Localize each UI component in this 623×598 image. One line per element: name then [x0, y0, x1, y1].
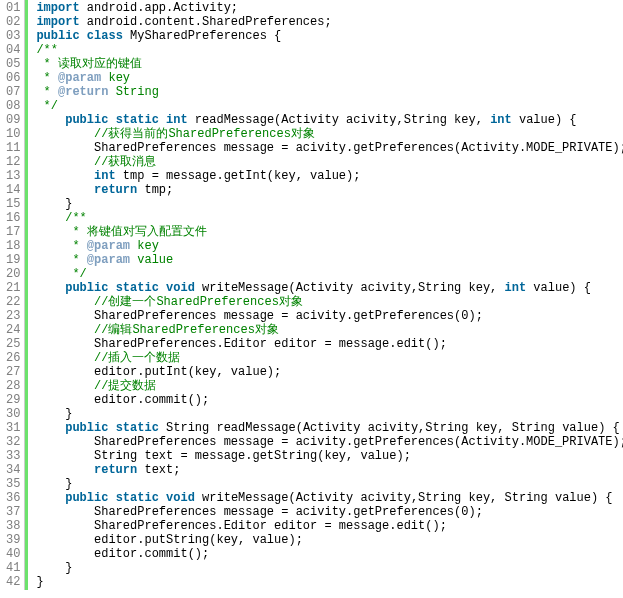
code-token: readMessage(Activity acivity,String key,: [188, 113, 490, 127]
code-token: );: [468, 309, 482, 323]
line-number: 17: [6, 225, 20, 239]
code-token: [108, 113, 115, 127]
code-token: import: [36, 1, 79, 15]
code-token: text;: [137, 463, 180, 477]
code-token: *: [65, 253, 87, 267]
code-token: key: [101, 71, 130, 85]
code-token: [108, 421, 115, 435]
line-number: 15: [6, 197, 20, 211]
code-line: //编辑SharedPreferences对象: [36, 323, 623, 337]
code-line: /**: [36, 211, 623, 225]
line-number: 36: [6, 491, 20, 505]
line-number: 20: [6, 267, 20, 281]
code-token: SharedPreferences message = acivity.getP…: [36, 141, 623, 155]
code-line: /**: [36, 43, 623, 57]
code-token: value) {: [512, 113, 577, 127]
line-number: 27: [6, 365, 20, 379]
code-token: writeMessage(Activity acivity,String key…: [195, 281, 505, 295]
code-token: editor.putInt(key, value);: [36, 365, 281, 379]
code-line: return text;: [36, 463, 623, 477]
code-line: //获取消息: [36, 155, 623, 169]
code-token: [36, 211, 65, 225]
code-line: return tmp;: [36, 183, 623, 197]
code-token: [36, 281, 65, 295]
code-line: public static void writeMessage(Activity…: [36, 491, 623, 505]
code-token: static: [116, 491, 159, 505]
line-number: 29: [6, 393, 20, 407]
code-token: SharedPreferences message = acivity.getP…: [36, 435, 623, 449]
code-token: writeMessage(Activity acivity,String key…: [195, 491, 613, 505]
code-token: android.content.SharedPreferences;: [80, 15, 332, 29]
line-number: 01: [6, 1, 20, 15]
code-line: SharedPreferences.Editor editor = messag…: [36, 519, 623, 533]
code-token: public: [36, 29, 79, 43]
code-token: );: [468, 505, 482, 519]
code-line: import android.content.SharedPreferences…: [36, 15, 623, 29]
code-token: [36, 491, 65, 505]
line-number: 18: [6, 239, 20, 253]
code-token: [159, 491, 166, 505]
code-line: String text = message.getString(key, val…: [36, 449, 623, 463]
code-line: * @param value: [36, 253, 623, 267]
code-token: int: [490, 113, 512, 127]
line-number: 37: [6, 505, 20, 519]
code-token: [36, 113, 65, 127]
code-token: android.app.Activity;: [80, 1, 238, 15]
code-line: SharedPreferences message = acivity.getP…: [36, 141, 623, 155]
line-number: 26: [6, 351, 20, 365]
code-token: public: [65, 113, 108, 127]
code-token: return: [94, 463, 137, 477]
line-number-gutter: 0102030405060708091011121314151617181920…: [0, 0, 25, 590]
code-token: //获得当前的SharedPreferences对象: [94, 127, 315, 141]
code-token: [36, 253, 65, 267]
code-token: @param: [58, 71, 101, 85]
code-token: //获取消息: [94, 155, 156, 169]
code-token: editor.commit();: [36, 393, 209, 407]
code-line: editor.commit();: [36, 547, 623, 561]
code-token: public: [65, 281, 108, 295]
code-token: editor.putString(key, value);: [36, 533, 302, 547]
line-number: 38: [6, 519, 20, 533]
code-line: */: [36, 99, 623, 113]
code-line: }: [36, 477, 623, 491]
line-number: 32: [6, 435, 20, 449]
code-line: editor.commit();: [36, 393, 623, 407]
line-number: 19: [6, 253, 20, 267]
line-number: 07: [6, 85, 20, 99]
code-token: //编辑SharedPreferences对象: [94, 323, 279, 337]
line-number: 16: [6, 211, 20, 225]
code-token: void: [166, 281, 195, 295]
code-token: SharedPreferences.Editor editor = messag…: [36, 337, 446, 351]
code-token: key: [130, 239, 159, 253]
line-number: 39: [6, 533, 20, 547]
code-line: }: [36, 575, 623, 589]
code-token: SharedPreferences message = acivity.getP…: [36, 505, 461, 519]
code-token: [36, 183, 94, 197]
code-line: * @param key: [36, 239, 623, 253]
line-number: 33: [6, 449, 20, 463]
code-token: int: [166, 113, 188, 127]
code-line: }: [36, 561, 623, 575]
line-number: 24: [6, 323, 20, 337]
code-token: [108, 281, 115, 295]
code-token: class: [87, 29, 123, 43]
code-token: */: [65, 267, 87, 281]
code-token: String text = message.getString(key, val…: [36, 449, 410, 463]
code-line: //提交数据: [36, 379, 623, 393]
code-token: tmp = message.getInt(key, value);: [116, 169, 361, 183]
code-area: import android.app.Activity;import andro…: [25, 0, 623, 590]
code-token: String: [108, 85, 158, 99]
line-number: 09: [6, 113, 20, 127]
code-token: void: [166, 491, 195, 505]
line-number: 12: [6, 155, 20, 169]
code-token: [36, 323, 94, 337]
code-line: * @return String: [36, 85, 623, 99]
code-token: //提交数据: [94, 379, 156, 393]
line-number: 34: [6, 463, 20, 477]
code-token: SharedPreferences.Editor editor = messag…: [36, 519, 446, 533]
code-token: [108, 491, 115, 505]
line-number: 22: [6, 295, 20, 309]
code-token: int: [505, 281, 527, 295]
code-line: SharedPreferences message = acivity.getP…: [36, 505, 623, 519]
line-number: 14: [6, 183, 20, 197]
